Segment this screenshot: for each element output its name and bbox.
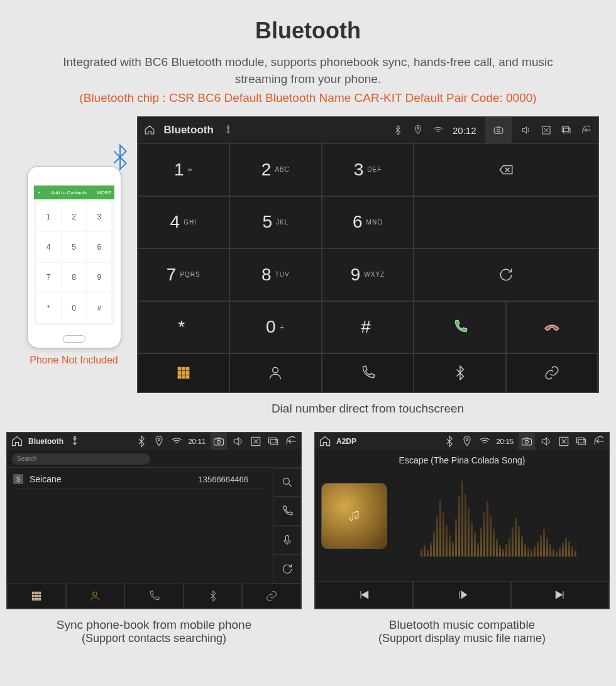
call-button[interactable] [414,301,506,354]
status-bar: A2DP 20:15 [315,433,609,450]
volume-icon[interactable] [520,124,532,136]
song-title: Escape (The Pina Colada Song) [315,455,609,465]
bt-status-icon [135,435,148,448]
key-2[interactable]: 2ABC [229,143,322,196]
nav-bluetooth[interactable] [184,584,243,609]
key-star[interactable]: * [138,301,230,354]
gps-icon [153,435,165,448]
gps-icon [461,435,473,448]
phone-key[interactable]: 8 [62,263,86,292]
close-icon[interactable] [250,435,262,448]
dialer-panel: Bluetooth 20:12 1∞ 2ABC 3DEF 4GHI [137,116,599,393]
bt-status-icon [443,435,456,448]
play-button[interactable] [413,581,511,609]
camera-button[interactable] [485,117,512,143]
refresh-button[interactable] [414,248,598,301]
wifi-icon [170,435,183,448]
close-icon[interactable] [541,124,552,136]
phone-key[interactable]: 1 [36,202,61,231]
bluetooth-icon [106,143,135,172]
key-9[interactable]: 9WXYZ [322,248,414,301]
back-icon[interactable] [593,435,605,448]
phone-keypad: 1 2 3 4 5 6 7 8 9 * 0 # [34,199,114,325]
home-icon[interactable] [144,124,155,136]
nav-keypad[interactable] [138,353,230,392]
back-icon[interactable] [581,124,592,136]
camera-button[interactable] [519,433,535,450]
nav-pair[interactable] [242,584,301,609]
call-action[interactable] [273,497,301,526]
subtitle: Integrated with BC6 Bluetooth module, su… [50,54,566,87]
nav-bluetooth[interactable] [414,353,506,392]
mic-action[interactable] [273,526,301,555]
nav-contacts[interactable] [229,353,322,392]
close-icon[interactable] [558,435,570,448]
nav-contacts[interactable] [66,584,125,609]
wifi-icon [478,435,491,448]
contact-number: 13566664466 [198,475,248,484]
phone-key[interactable]: 5 [62,232,86,262]
phone-key[interactable]: 6 [87,232,111,262]
key-3[interactable]: 3DEF [322,143,414,196]
clock: 20:12 [453,125,476,136]
nav-pair[interactable] [506,353,598,392]
search-button[interactable] [273,468,301,497]
phone-key[interactable]: 7 [36,263,61,292]
phone-caption: Phone Not Included [30,355,118,366]
volume-icon[interactable] [540,435,553,448]
key-6[interactable]: 6MNO [322,196,414,249]
phone-header-right: MORE [96,190,111,196]
back-icon[interactable] [285,435,297,448]
recent-icon[interactable] [575,435,588,448]
app-title: Bluetooth [28,437,63,446]
phone-key[interactable]: 4 [36,232,61,262]
usb-icon [69,435,81,448]
contacts-caption-sub: (Support contacts searching) [82,632,226,645]
nav-recent-calls[interactable] [322,353,414,392]
contact-row[interactable]: S Seicane 13566664466 [13,470,267,489]
refresh-action[interactable] [273,555,301,584]
music-caption: Bluetooth music compatible [389,618,535,632]
phone-key[interactable]: 3 [87,202,111,231]
contact-badge: S [13,474,23,484]
clock: 20:11 [188,438,206,445]
phone-key[interactable]: * [36,293,61,323]
phone-key[interactable]: # [87,293,111,323]
phone-header-left: ＋ [36,189,41,196]
next-button[interactable] [511,581,609,609]
specs-line: (Bluetooth chip : CSR BC6 Default Blueto… [0,91,616,105]
phone-key[interactable]: 0 [62,293,86,323]
music-caption-sub: (Support display music file name) [378,632,546,645]
key-1[interactable]: 1∞ [138,143,230,196]
phone-mockup: ＋ Add to Contacts MORE 1 2 3 4 5 6 7 8 9… [27,166,121,348]
recent-icon[interactable] [561,124,572,136]
camera-button[interactable] [211,433,227,450]
app-title: A2DP [336,437,356,446]
nav-recent-calls[interactable] [124,584,184,609]
recent-icon[interactable] [267,435,280,448]
home-icon[interactable] [11,435,23,448]
volume-icon[interactable] [232,435,245,448]
key-hash[interactable]: # [322,301,414,354]
contacts-caption: Sync phone-book from mobile phone [57,618,252,632]
backspace-button[interactable] [414,143,598,196]
key-0[interactable]: 0+ [229,301,322,354]
prev-button[interactable] [315,581,413,609]
key-4[interactable]: 4GHI [138,196,230,249]
home-icon[interactable] [319,435,331,448]
usb-icon [223,124,234,136]
key-5[interactable]: 5JKL [229,196,322,249]
dialer-caption: Dial number direct from touchscreen [272,402,464,416]
key-8[interactable]: 8TUV [229,248,322,301]
key-7[interactable]: 7PQRS [138,248,230,301]
phone-home-button[interactable] [63,335,85,343]
phone-header-label: Add to Contacts [51,190,87,196]
hangup-button[interactable] [506,301,598,354]
phone-key[interactable]: 2 [62,202,86,231]
nav-keypad[interactable] [7,584,66,609]
dial-keypad: 1∞ 2ABC 3DEF 4GHI 5JKL 6MNO 7PQRS 8TUV 9… [138,143,414,353]
phone-key[interactable]: 9 [87,263,111,292]
search-input[interactable]: Search [12,453,150,465]
clock: 20:15 [496,438,514,445]
app-title: Bluetooth [164,124,214,136]
